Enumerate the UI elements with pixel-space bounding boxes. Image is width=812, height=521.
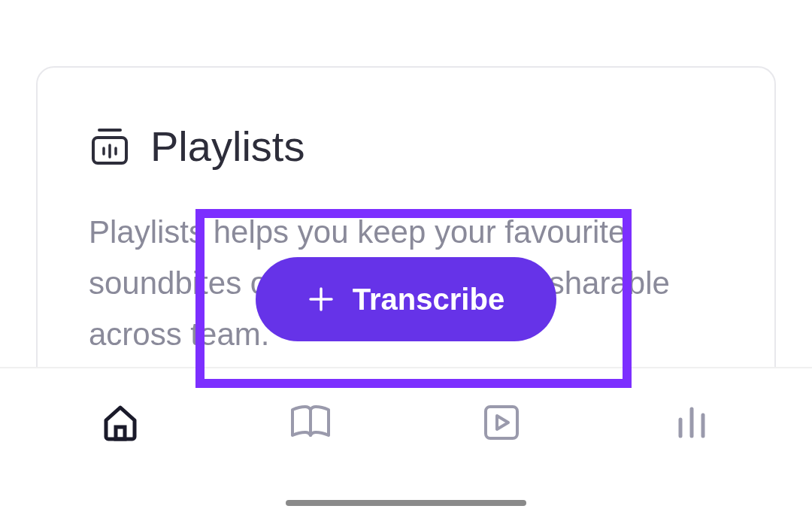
home-indicator xyxy=(286,500,526,506)
svg-rect-7 xyxy=(116,427,125,439)
card-title: Playlists xyxy=(150,122,304,171)
bottom-navigation xyxy=(0,367,812,521)
nav-video[interactable] xyxy=(479,400,524,445)
nav-home[interactable] xyxy=(98,400,143,445)
playlists-card: Playlists Playlists helps you keep your … xyxy=(36,66,776,414)
nav-stats[interactable] xyxy=(669,400,714,445)
card-header: Playlists xyxy=(89,122,723,171)
playlist-icon xyxy=(89,126,131,168)
nav-library[interactable] xyxy=(288,400,333,445)
plus-icon xyxy=(308,286,335,313)
transcribe-label: Transcribe xyxy=(353,283,504,317)
svg-rect-8 xyxy=(486,407,517,438)
transcribe-button[interactable]: Transcribe xyxy=(256,257,556,341)
